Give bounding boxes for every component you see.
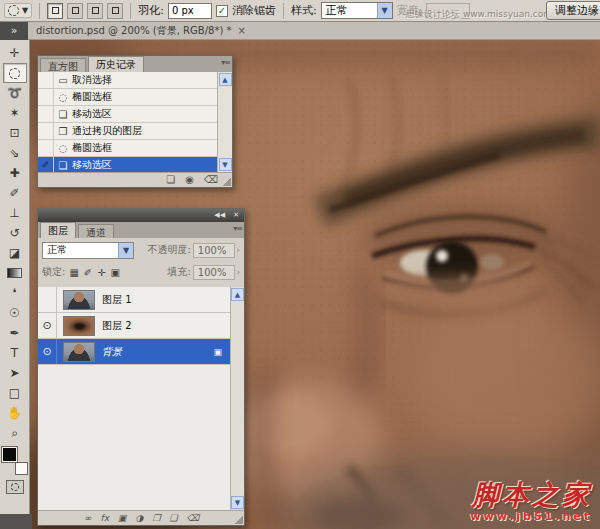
fill-control[interactable]: 填充: 100% › [167,265,240,280]
intersect-selection-button[interactable] [107,3,123,19]
eraser-tool[interactable]: ◪ [3,243,27,263]
shape-tool[interactable]: □ [3,383,27,403]
lock-transparency-icon[interactable]: ▦ [69,267,78,278]
add-to-selection-icon [72,7,79,14]
history-brush-gutter[interactable] [38,123,54,139]
scroll-down-icon[interactable]: ▼ [231,496,244,509]
layer-row[interactable]: 图层 1 [38,287,230,313]
style-select[interactable]: 正常 ▼ [321,2,393,19]
magic-wand-tool[interactable]: ✶ [3,103,27,123]
link-layers-icon[interactable]: ∞ [84,514,92,523]
history-state-row[interactable]: ▭取消选择 [38,72,217,89]
tab-channels[interactable]: 通道 [78,224,114,238]
crop-icon: ⊡ [9,127,19,139]
lock-pixels-icon[interactable]: ✐ [84,267,92,278]
document-tab-title[interactable]: distortion.psd @ 200% (背景, RGB/8*) * [36,24,231,38]
new-group-icon[interactable]: ❐ [152,514,160,523]
history-scrollbar[interactable]: ▲ ▼ [217,72,232,172]
zoom-icon: ⌕ [11,427,18,439]
blend-mode-select[interactable]: 正常 ▼ [42,242,134,259]
clone-stamp-icon: ⊥ [9,207,19,219]
lock-all-icon[interactable]: ▣ [111,267,120,278]
crop-tool[interactable]: ⊡ [3,123,27,143]
scroll-up-icon[interactable]: ▲ [231,288,244,301]
lock-row: 锁定: ▦ ✐ ✛ ▣ 填充: 100% › [38,262,244,282]
layer-thumbnail[interactable] [63,316,95,336]
opacity-control[interactable]: 不透明度: 100% › [147,243,240,258]
panel-menu-icon[interactable]: ▾≡ [221,58,230,67]
new-snapshot-icon[interactable]: ◉ [185,175,194,185]
elliptical-marquee-icon: ◌ [54,143,72,154]
document-close-icon[interactable]: × [237,25,245,36]
visibility-eye-icon[interactable]: ⊙ [38,339,57,364]
history-state-row[interactable]: ❐通过拷贝的图层 [38,123,217,140]
new-selection-button[interactable] [47,3,63,19]
new-document-from-state-icon[interactable]: ❏ [166,175,175,185]
close-panel-icon[interactable]: ✕ [233,212,239,219]
foreground-color-swatch[interactable] [2,447,17,462]
adjustment-layer-icon[interactable]: ◑ [136,514,144,523]
layer-row[interactable]: ⊙背景▣ [38,339,230,365]
antialias-checkbox[interactable]: ✓ [216,5,228,17]
history-brush-gutter[interactable] [38,72,54,88]
tab-history[interactable]: 历史记录 [88,56,144,72]
delete-state-icon[interactable]: ⌫ [204,175,218,185]
hand-tool[interactable]: ✋ [3,403,27,423]
feather-input[interactable] [168,3,212,19]
add-to-selection-button[interactable] [67,3,83,19]
panel-expand-button[interactable]: » [0,22,28,40]
tool-preset-picker[interactable]: ▼ [4,3,32,18]
resize-grip[interactable] [223,178,231,186]
history-brush-gutter[interactable] [38,89,54,105]
history-state-label: 移动选区 [72,107,112,121]
layer-row[interactable]: ⊙图层 2 [38,313,230,339]
tab-layers[interactable]: 图层 [40,222,76,238]
resize-grip[interactable] [235,516,243,524]
background-color-swatch[interactable] [15,462,28,475]
delete-layer-icon[interactable]: ⌫ [187,514,200,523]
layers-scrollbar[interactable]: ▲ ▼ [230,287,244,510]
type-tool[interactable]: T [3,343,27,363]
eyedropper-tool[interactable]: ⇘ [3,143,27,163]
layer-via-copy-icon: ❐ [54,126,72,137]
history-state-row[interactable]: ◌椭圆选框 [38,140,217,157]
history-brush-tool[interactable]: ↺ [3,223,27,243]
gradient-tool[interactable] [3,263,27,283]
healing-brush-tool[interactable]: ✚ [3,163,27,183]
quick-mask-button[interactable] [6,480,24,494]
history-brush-gutter[interactable] [38,140,54,156]
lock-position-icon[interactable]: ✛ [97,267,105,278]
elliptical-marquee-tool[interactable] [3,63,27,83]
panel-menu-icon[interactable]: ▾≡ [233,224,242,233]
layer-thumbnail[interactable] [63,342,95,362]
layer-thumbnail[interactable] [63,290,95,310]
collapse-panel-icon[interactable]: ◀◀ [214,212,225,219]
tab-histogram[interactable]: 直方图 [40,58,86,72]
history-brush-icon: ↺ [9,227,19,239]
history-state-row[interactable]: ❏移动选区 [38,106,217,123]
blur-tool[interactable]: ❛ [3,283,27,303]
move-tool[interactable]: ✛ [3,43,27,63]
history-brush-gutter[interactable]: ✐ [38,157,54,172]
antialias-label: 消除锯齿 [232,3,276,18]
history-brush-gutter[interactable] [38,106,54,122]
zoom-tool[interactable]: ⌕ [3,423,27,443]
subtract-from-selection-button[interactable] [87,3,103,19]
pen-tool[interactable]: ✒ [3,323,27,343]
clone-stamp-tool[interactable]: ⊥ [3,203,27,223]
brush-tool[interactable]: ✐ [3,183,27,203]
new-layer-icon[interactable]: ❑ [169,514,177,523]
refine-edge-button[interactable]: 调整边缘 [546,1,600,20]
path-selection-tool[interactable]: ➤ [3,363,27,383]
scroll-up-icon[interactable]: ▲ [219,73,232,86]
visibility-eye-icon[interactable]: ⊙ [38,313,57,338]
lasso-tool[interactable]: ➰ [3,83,27,103]
layer-style-fx-icon[interactable]: fx [101,514,110,523]
visibility-eye-icon[interactable] [38,287,57,312]
dodge-tool[interactable]: ☉ [3,303,27,323]
eyedropper-icon: ⇘ [9,147,19,159]
add-layer-mask-icon[interactable]: ▣ [118,514,127,523]
scroll-down-icon[interactable]: ▼ [219,158,232,171]
history-state-row[interactable]: ✐❏移动选区 [38,157,217,172]
history-state-row[interactable]: ◌椭圆选框 [38,89,217,106]
